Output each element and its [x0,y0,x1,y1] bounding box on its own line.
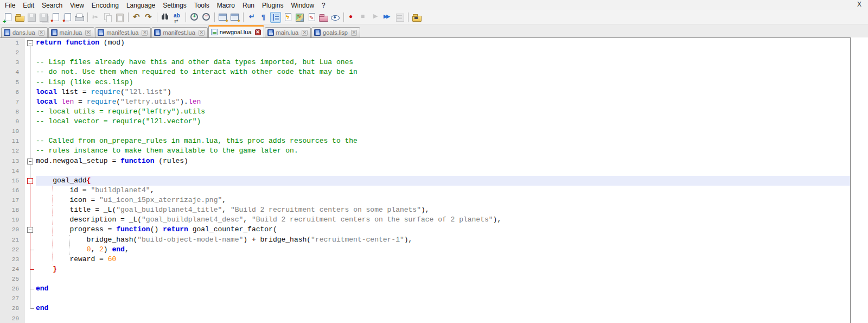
sync-vertical-scroll-icon[interactable] [218,12,228,23]
fold-margin[interactable] [25,176,36,186]
menu-item-search[interactable]: Search [38,1,66,10]
menu-item-settings[interactable]: Settings [159,1,190,10]
code-text[interactable]: -- local vector = require("l2l.vector") [36,117,850,126]
code-text[interactable]: mod.newgoal_setup = function (rules) [36,156,850,166]
monitoring-eye-icon[interactable] [330,12,341,23]
paste-icon[interactable] [114,12,125,23]
menu-item-view[interactable]: View [66,1,88,10]
menu-item-window[interactable]: Window [287,1,318,10]
code-text[interactable] [36,274,850,284]
tab-main-lua-1[interactable]: main.lua✕ [48,27,95,37]
code-text[interactable] [36,294,850,303]
menu-item-edit[interactable]: Edit [19,1,38,10]
macro-playback-icon[interactable] [371,12,381,23]
menu-item-plugins[interactable]: Plugins [258,1,287,10]
document-edit-icon[interactable] [306,12,317,23]
code-text[interactable]: id = "buildplanet4", [36,186,850,195]
save-all-icon[interactable] [38,12,49,23]
tab-dans-lua-0[interactable]: dans.lua✕ [1,27,48,37]
replace-icon[interactable] [172,12,183,23]
code-text[interactable]: bridge_hash("build-object-model-name") +… [36,235,850,245]
document-map-icon[interactable] [294,12,305,23]
code-text[interactable]: -- Called from on_prepare_rules in main.… [36,136,850,146]
tab-close-icon[interactable]: ✕ [351,30,357,36]
fold-margin[interactable] [25,225,36,235]
code-text[interactable]: -- rules instance to make them available… [36,146,850,156]
code-text[interactable]: description = _L("goal_buildplanet4_desc… [36,215,850,225]
code-text[interactable]: -- local utils = require("leftry").utils [36,107,850,117]
zoom-in-icon[interactable] [189,12,200,23]
save-icon[interactable] [26,12,37,23]
sync-horizontal-scroll-icon[interactable] [229,12,240,23]
print-icon[interactable] [74,12,85,23]
code-text[interactable]: return function (mod) [36,38,850,48]
menu-item-macro[interactable]: Macro [213,1,239,10]
tab-close-icon[interactable]: ✕ [142,30,148,36]
code-editor[interactable]: 1return function (mod)23-- Lisp files al… [0,37,851,323]
code-text[interactable] [36,314,850,323]
macro-run-multiple-icon[interactable] [382,12,393,23]
tab-manifest-lua-3[interactable]: manifest.lua✕ [151,27,207,37]
code-text[interactable]: end [36,303,850,313]
tab-close-icon[interactable]: ✕ [85,30,91,36]
tab-close-icon[interactable]: ✕ [255,29,261,35]
code-text[interactable]: progress = function() return goal_counte… [36,225,850,235]
fold-collapse-box[interactable] [27,227,33,233]
code-text[interactable]: end [36,284,850,294]
fold-collapse-box[interactable] [27,40,33,46]
undo-icon[interactable] [131,12,142,23]
code-text[interactable]: -- Lisp files already have this and othe… [36,58,850,67]
menu-item-encoding[interactable]: Encoding [88,1,123,10]
code-text[interactable]: -- Lisp (like ecs.lisp) [36,78,850,87]
folder-as-workspace-icon[interactable] [318,12,329,23]
menu-item-file[interactable]: File [1,1,19,10]
code-text[interactable]: local len = require("leftry.utils").len [36,97,850,107]
macro-stop-icon[interactable] [359,12,369,23]
code-text[interactable]: -- do not. Use them when required to int… [36,67,850,77]
cut-icon[interactable] [91,12,101,23]
close-file-icon[interactable] [50,12,61,23]
tab-close-icon[interactable]: ✕ [199,30,205,36]
code-text[interactable]: title = _L("goal_buildplanet4_title", "B… [36,205,850,215]
menu-item-help[interactable]: ? [318,1,329,10]
line-number: 24 [0,264,25,274]
code-text[interactable]: } [36,264,850,274]
tab-main-lua-5[interactable]: main.lua✕ [265,27,311,37]
tab-manifest-lua-2[interactable]: manifest.lua✕ [95,27,151,37]
fold-margin[interactable] [25,156,36,166]
tab-close-icon[interactable]: ✕ [39,30,44,36]
code-text[interactable] [36,166,850,176]
new-file-icon[interactable] [2,12,13,23]
copy-icon[interactable] [103,12,113,23]
macro-record-icon[interactable] [347,12,358,23]
tab-goals-lisp-6[interactable]: goals.lisp✕ [311,27,360,37]
code-text[interactable] [36,48,850,58]
show-all-characters-icon[interactable] [258,12,269,23]
close-all-files-icon[interactable] [62,12,73,23]
code-text[interactable]: icon = "ui_icon_15px_aterrizaje.png", [36,195,850,205]
menu-item-tools[interactable]: Tools [190,1,213,10]
code-text[interactable]: local list = require("l2l.list") [36,87,850,97]
word-wrap-icon[interactable] [246,12,257,23]
code-text[interactable]: goal_add{ [36,176,850,186]
window-close-button[interactable]: X [854,0,865,9]
menu-item-run[interactable]: Run [239,1,258,10]
fold-margin[interactable] [25,38,36,48]
function-list-icon[interactable] [282,12,293,23]
fold-collapse-box[interactable] [27,178,33,184]
find-icon[interactable] [160,12,171,23]
menu-item-language[interactable]: Language [123,1,159,10]
code-text[interactable] [36,126,850,136]
code-text[interactable]: 0, 2) end, [36,245,850,255]
plugin-folder-icon[interactable] [411,12,422,23]
tab-newgoal-lua-4[interactable]: newgoal.lua✕ [208,25,264,37]
macro-save-icon[interactable] [394,12,405,23]
code-text[interactable]: reward = 60 [36,255,850,264]
open-file-icon[interactable] [14,12,25,23]
show-indent-guide-icon[interactable] [270,12,281,23]
tab-close-icon[interactable]: ✕ [302,30,308,36]
line-number: 29 [0,314,25,323]
fold-collapse-box[interactable] [27,159,33,164]
zoom-out-icon[interactable] [201,12,212,23]
redo-icon[interactable] [143,12,154,23]
